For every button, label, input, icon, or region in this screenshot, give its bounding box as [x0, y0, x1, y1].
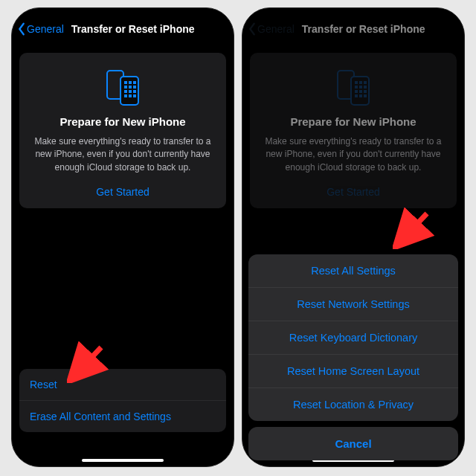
back-label: General	[27, 23, 64, 35]
svg-rect-4	[133, 81, 136, 84]
card-heading: Prepare for New iPhone	[30, 115, 216, 128]
reset-all-settings[interactable]: Reset All Settings	[248, 254, 458, 287]
home-indicator	[82, 459, 164, 462]
erase-row[interactable]: Erase All Content and Settings	[19, 400, 226, 432]
svg-rect-8	[124, 90, 127, 93]
svg-rect-12	[129, 94, 132, 97]
screenshot-right: General Transfer or Reset iPhone Prepare…	[242, 7, 465, 467]
chevron-left-icon	[16, 22, 27, 36]
svg-rect-11	[124, 94, 127, 97]
reset-row[interactable]: Reset	[19, 369, 226, 400]
cancel-button[interactable]: Cancel	[248, 427, 458, 460]
two-iphones-icon	[30, 68, 216, 106]
reset-location-privacy[interactable]: Reset Location & Privacy	[248, 387, 458, 421]
svg-rect-3	[129, 81, 132, 84]
back-button[interactable]: General	[16, 22, 64, 36]
svg-rect-2	[124, 81, 127, 84]
reset-network-settings[interactable]: Reset Network Settings	[248, 287, 458, 321]
get-started-button[interactable]: Get Started	[30, 186, 216, 198]
notch	[74, 8, 171, 25]
notch	[305, 8, 402, 25]
svg-rect-10	[133, 90, 136, 93]
reset-keyboard-dictionary[interactable]: Reset Keyboard Dictionary	[248, 321, 458, 354]
screenshot-left: General Transfer or Reset iPhone Prepare…	[11, 7, 234, 467]
svg-rect-7	[133, 86, 136, 89]
svg-rect-5	[124, 86, 127, 89]
card-body: Make sure everything's ready to transfer…	[30, 135, 216, 174]
svg-rect-9	[129, 90, 132, 93]
options-list: Reset Erase All Content and Settings	[19, 369, 226, 432]
svg-rect-6	[129, 86, 132, 89]
svg-rect-13	[133, 94, 136, 97]
reset-action-sheet: Reset All Settings Reset Network Setting…	[248, 254, 458, 460]
reset-home-screen-layout[interactable]: Reset Home Screen Layout	[248, 354, 458, 387]
page-title: Transfer or Reset iPhone	[71, 23, 195, 35]
prepare-card: Prepare for New iPhone Make sure everyth…	[19, 53, 226, 208]
sheet-options: Reset All Settings Reset Network Setting…	[248, 254, 458, 421]
